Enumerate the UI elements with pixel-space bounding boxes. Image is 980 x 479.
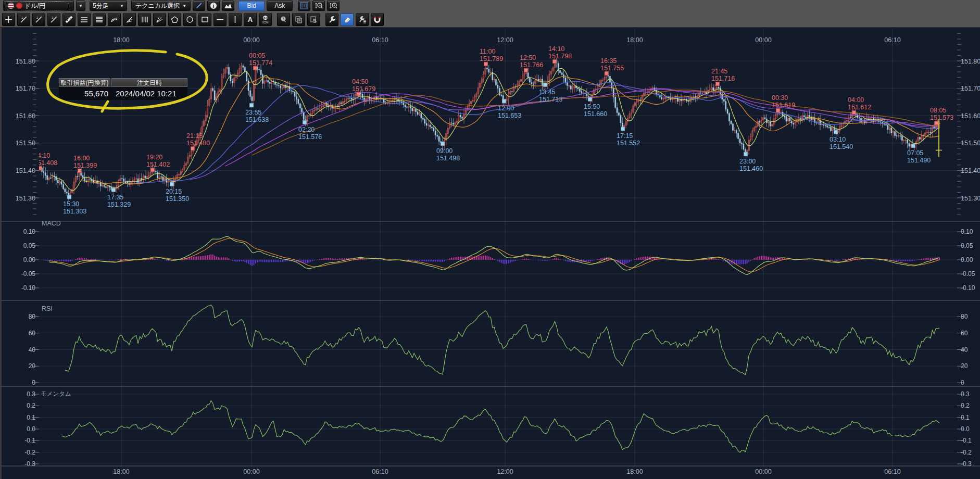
magnet-tool[interactable] bbox=[371, 13, 384, 26]
svg-text:モメンタム: モメンタム bbox=[41, 390, 71, 397]
ellipse-tool[interactable] bbox=[183, 13, 196, 26]
bid-button[interactable]: Bid bbox=[238, 1, 265, 11]
mountain-chart-icon[interactable] bbox=[222, 1, 234, 11]
svg-text:0.1: 0.1 bbox=[961, 414, 970, 421]
svg-text:3: 3 bbox=[52, 16, 54, 19]
svg-text:14:10: 14:10 bbox=[548, 45, 564, 53]
hline-tool[interactable] bbox=[213, 13, 227, 26]
svg-text:151.80: 151.80 bbox=[16, 58, 35, 65]
drag-paste-tool[interactable] bbox=[307, 13, 320, 26]
eraser-tool[interactable] bbox=[341, 13, 354, 26]
swing-high-marker bbox=[553, 60, 557, 64]
svg-text:MACD: MACD bbox=[42, 220, 61, 227]
info-icon[interactable]: i bbox=[207, 1, 220, 11]
swing-high-marker bbox=[78, 169, 82, 172]
svg-text:151.350: 151.350 bbox=[166, 195, 189, 203]
chart-canvas[interactable]: 151.80151.80151.70151.70151.60151.60151.… bbox=[0, 0, 980, 479]
fib-arc-tool[interactable] bbox=[108, 13, 121, 26]
svg-text:151.540: 151.540 bbox=[830, 143, 853, 150]
timeframe-dropdown-arrow[interactable]: ▼ bbox=[120, 4, 124, 8]
candle-chart-icon[interactable] bbox=[298, 1, 310, 11]
pencil-icon[interactable] bbox=[193, 1, 205, 11]
text-tool[interactable]: A bbox=[244, 13, 257, 26]
svg-text:13:45: 13:45 bbox=[539, 89, 555, 96]
parallel-lines-tool[interactable] bbox=[78, 13, 91, 26]
svg-text:151.573: 151.573 bbox=[930, 114, 953, 121]
swing-low-marker bbox=[170, 182, 174, 186]
tooltip-ordertime-value: 2024/04/02 10:21 bbox=[110, 89, 177, 98]
swing-low-marker bbox=[834, 130, 838, 134]
trendline3-tool[interactable]: 3 bbox=[47, 13, 60, 26]
timeframe-select[interactable]: 5分足 ▼ bbox=[90, 1, 127, 11]
us-flag-icon bbox=[8, 3, 14, 9]
ruler-tool[interactable] bbox=[62, 13, 76, 26]
ask-button[interactable]: Ask bbox=[267, 1, 293, 11]
icon-stamp-tool[interactable]: ICON bbox=[259, 13, 272, 26]
svg-text:40: 40 bbox=[29, 346, 36, 354]
swing-high-marker bbox=[357, 92, 360, 96]
history-clock-tool[interactable] bbox=[277, 13, 290, 26]
svg-text:20: 20 bbox=[29, 362, 36, 370]
svg-text:151.638: 151.638 bbox=[245, 116, 269, 123]
svg-text:151.50: 151.50 bbox=[961, 140, 980, 147]
svg-text:0.0: 0.0 bbox=[961, 425, 970, 433]
svg-text:151.713: 151.713 bbox=[539, 96, 562, 103]
tooltip-header-pl: 取引損益(円換算) bbox=[59, 78, 110, 87]
trendline2-tool[interactable]: 2 bbox=[32, 13, 45, 26]
svg-text:00:00: 00:00 bbox=[243, 468, 259, 475]
svg-text:03:10: 03:10 bbox=[830, 136, 846, 143]
trendline1-tool[interactable]: 1 bbox=[17, 13, 30, 26]
svg-text:17:15: 17:15 bbox=[617, 132, 633, 140]
zoom-out-vertical-icon[interactable] bbox=[312, 1, 325, 11]
svg-text:17:35: 17:35 bbox=[107, 194, 123, 201]
pitchfork-tool[interactable] bbox=[153, 13, 166, 26]
svg-text:151.70: 151.70 bbox=[961, 85, 980, 92]
svg-text:RSI: RSI bbox=[42, 305, 53, 312]
svg-text:-0.3: -0.3 bbox=[24, 460, 35, 468]
swing-low-marker bbox=[441, 142, 445, 145]
swing-low-marker bbox=[588, 97, 592, 101]
swing-high-marker bbox=[605, 71, 609, 75]
technical-select-button[interactable]: テクニカル選択 ▼ bbox=[131, 1, 191, 11]
vertical-lines-tool[interactable] bbox=[138, 13, 151, 26]
rectangle-tool[interactable] bbox=[198, 13, 211, 26]
svg-text:151.798: 151.798 bbox=[548, 53, 572, 60]
svg-text:151.653: 151.653 bbox=[498, 112, 521, 119]
svg-text:12:00: 12:00 bbox=[497, 468, 513, 475]
svg-text:151.498: 151.498 bbox=[436, 155, 460, 162]
swing-low-marker bbox=[544, 83, 547, 86]
wrench-tool[interactable] bbox=[325, 13, 338, 26]
symbol-dropdown-arrow[interactable]: ▼ bbox=[76, 1, 85, 11]
fan-lines-tool[interactable] bbox=[123, 13, 136, 26]
svg-text:151.789: 151.789 bbox=[480, 55, 503, 62]
svg-text:-0.2: -0.2 bbox=[961, 449, 972, 456]
trading-app-window: 151.80151.80151.70151.70151.60151.60151.… bbox=[0, 0, 980, 479]
svg-text:0.3: 0.3 bbox=[961, 390, 970, 398]
svg-text:151.480: 151.480 bbox=[186, 140, 210, 147]
trade-info-tooltip: 取引損益(円換算) 注文日時 55,670 2024/04/02 10:21 bbox=[59, 78, 187, 100]
copy-tool[interactable] bbox=[292, 13, 305, 26]
svg-text:00:30: 00:30 bbox=[772, 94, 788, 102]
technical-select-label: テクニカル選択 bbox=[135, 2, 180, 10]
svg-text:21:45: 21:45 bbox=[711, 68, 727, 75]
svg-text:151.60: 151.60 bbox=[16, 112, 35, 120]
swing-low-marker bbox=[250, 104, 254, 107]
svg-text:151.619: 151.619 bbox=[772, 102, 795, 109]
dense-lines-tool[interactable] bbox=[93, 13, 106, 26]
svg-text:151.612: 151.612 bbox=[848, 104, 871, 111]
svg-text:0.05: 0.05 bbox=[961, 242, 973, 249]
crosshair-tool[interactable] bbox=[2, 13, 15, 26]
svg-text:18:00: 18:00 bbox=[626, 36, 643, 44]
svg-text:0.3: 0.3 bbox=[27, 390, 35, 398]
svg-text:12:50: 12:50 bbox=[520, 54, 536, 61]
vline-tool[interactable] bbox=[229, 13, 242, 26]
svg-text:0.00: 0.00 bbox=[23, 256, 36, 263]
symbol-select[interactable]: ドル/円 bbox=[3, 1, 74, 11]
svg-text:-0.10: -0.10 bbox=[21, 284, 36, 292]
svg-text:151.552: 151.552 bbox=[617, 140, 640, 147]
swing-high-marker bbox=[484, 62, 488, 66]
pentagon-tool[interactable] bbox=[168, 13, 181, 26]
svg-text:16:00: 16:00 bbox=[73, 155, 90, 162]
settings-list-tool[interactable] bbox=[356, 13, 369, 26]
zoom-in-vertical-icon[interactable] bbox=[327, 1, 340, 11]
